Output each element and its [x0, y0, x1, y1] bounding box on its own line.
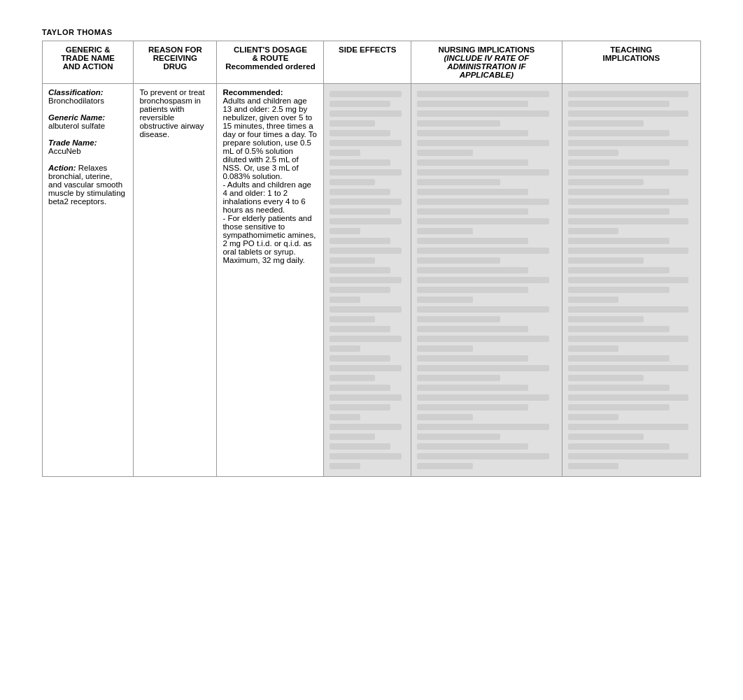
student-name: TAYLOR THOMAS — [42, 28, 701, 36]
header-col3: CLIENT'S DOSAGE & ROUTE Recommended orde… — [217, 41, 324, 84]
cell-reason: To prevent or treat bronchospasm in pati… — [134, 84, 217, 477]
nursing-blurred — [417, 88, 556, 472]
drug-table: GENERIC & TRADE NAME AND ACTION REASON F… — [42, 41, 701, 477]
cell-dosage: Recommended: Adults and children age 13 … — [217, 84, 324, 477]
header-col2: REASON FOR RECEIVING DRUG — [134, 41, 217, 84]
header-col1: GENERIC & TRADE NAME AND ACTION — [43, 41, 134, 84]
cell-side-effects — [324, 84, 411, 477]
side-effects-blurred — [330, 88, 405, 472]
teaching-blurred — [568, 88, 695, 472]
cell-nursing — [411, 84, 562, 477]
cell-teaching — [562, 84, 700, 477]
header-col5: NURSING IMPLICATIONS (INCLUDE IV RATE OF… — [411, 41, 562, 84]
cell-generic-trade: Classification: Bronchodilators Generic … — [43, 84, 134, 477]
header-col6: TEACHING IMPLICATIONS — [562, 41, 700, 84]
header-col4: SIDE EFFECTS — [324, 41, 411, 84]
page-container: TAYLOR THOMAS GENERIC & TRADE NAME AND A… — [0, 0, 743, 505]
drug-row: Classification: Bronchodilators Generic … — [43, 84, 701, 477]
